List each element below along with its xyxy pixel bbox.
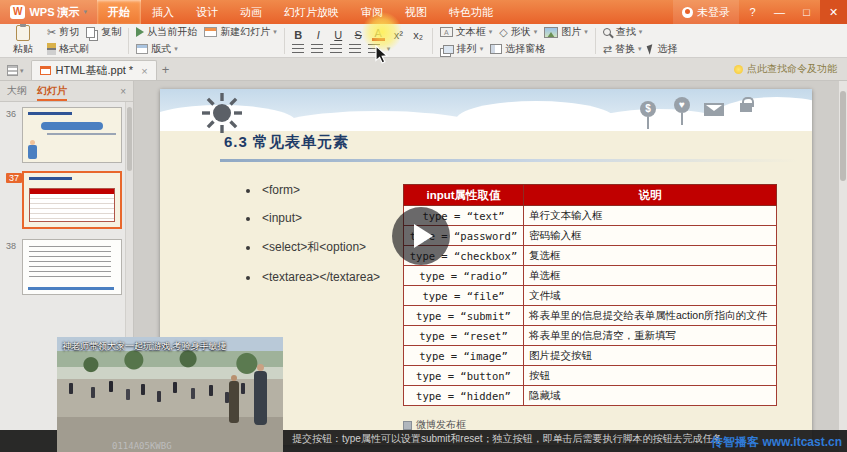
tab-outline[interactable]: 大纲 — [7, 84, 27, 98]
ribbon-divider — [284, 28, 285, 54]
attr-cell: type = “button” — [404, 366, 524, 386]
line-spacing-button[interactable] — [368, 44, 380, 53]
panel-close-icon[interactable]: × — [120, 86, 126, 97]
maximize-button[interactable]: □ — [793, 0, 820, 24]
paste-button[interactable]: 粘贴 — [6, 26, 40, 56]
bold-button[interactable]: B — [292, 29, 305, 41]
chevron-down-icon: ▾ — [639, 28, 643, 36]
login-button[interactable]: 未登录 — [673, 0, 739, 24]
menu-tab-view[interactable]: 视图 — [394, 0, 438, 24]
slide-thumbnail-37-selected[interactable]: 37 — [0, 171, 134, 233]
slide-doc-icon — [40, 66, 51, 75]
play-from-current-button[interactable]: 从当前开始 — [136, 25, 197, 39]
cloud-shape — [712, 97, 812, 131]
font-color-button[interactable]: A — [372, 28, 385, 41]
new-slide-icon — [204, 27, 217, 37]
arrange-button[interactable]: 排列 ▾ — [440, 42, 484, 56]
video-play-button[interactable] — [392, 207, 450, 265]
thumb-code-lines — [29, 246, 111, 280]
scrollbar-thumb[interactable] — [127, 107, 132, 171]
menu-tab-insert[interactable]: 插入 — [141, 0, 185, 24]
header-attr: input属性取值 — [404, 185, 524, 206]
subscript-button[interactable]: x₂ — [412, 29, 425, 41]
slide-thumbnail-38[interactable]: 38 — [0, 239, 134, 299]
chevron-down-icon: ▾ — [174, 45, 178, 53]
format-painter-button[interactable]: 格式刷 — [47, 42, 89, 56]
chevron-down-icon: ▾ — [489, 28, 493, 36]
italic-button[interactable]: I — [312, 29, 325, 41]
tab-slides[interactable]: 幻灯片 — [37, 82, 67, 101]
ribbon-divider — [432, 28, 433, 54]
chevron-down-icon: ▾ — [534, 28, 538, 36]
shapes-icon: ◇ — [499, 26, 507, 38]
menu-tab-slideshow[interactable]: 幻灯片放映 — [273, 0, 350, 24]
thumbnail-preview — [22, 171, 122, 229]
align-center-button[interactable] — [311, 44, 323, 53]
command-search-hint[interactable]: 点此查找命令及功能 — [724, 62, 847, 80]
menu-tab-animation[interactable]: 动画 — [229, 0, 273, 24]
canvas-scrollbar[interactable] — [838, 81, 847, 452]
minimize-button[interactable]: — — [766, 0, 793, 24]
close-button[interactable]: ✕ — [820, 0, 847, 24]
window-menu-icon[interactable] — [7, 65, 18, 76]
tab-close-icon[interactable]: × — [141, 65, 147, 77]
superscript-button[interactable]: x² — [392, 29, 405, 41]
table-row: type = “hidden”隐藏域 — [404, 386, 777, 406]
shapes-button[interactable]: ◇ 形状 ▾ — [499, 25, 537, 39]
cut-button[interactable]: ✂ 剪切 — [47, 25, 79, 39]
textbox-button[interactable]: A 文本框 ▾ — [440, 25, 493, 39]
menu-tab-design[interactable]: 设计 — [185, 0, 229, 24]
table-header-row: input属性取值 说明 — [404, 185, 777, 206]
wps-app-menu-button[interactable]: W WPS 演示 ▾ — [0, 0, 97, 24]
ribbon-divider — [128, 28, 129, 54]
slide-number: 36 — [6, 109, 16, 119]
strikethrough-button[interactable]: S — [352, 29, 365, 41]
menu-tab-review[interactable]: 审阅 — [350, 0, 394, 24]
document-tab[interactable]: HTML基础.ppt * × — [31, 60, 157, 80]
title-underline — [220, 159, 798, 162]
person-figure — [254, 371, 267, 425]
person-figure — [229, 381, 239, 423]
slide-thumbnail-36[interactable]: 36 — [0, 107, 134, 167]
new-document-tab-button[interactable]: + — [157, 61, 175, 80]
watermark-text: 传智播客 www.itcast.cn — [711, 434, 842, 451]
scrollbar-thumb[interactable] — [840, 91, 846, 181]
align-right-button[interactable] — [330, 44, 342, 53]
menu-tab-special[interactable]: 特色功能 — [438, 0, 504, 24]
paste-label: 粘贴 — [13, 42, 33, 56]
thumb-rule-line — [28, 287, 114, 290]
underline-button[interactable]: U — [332, 29, 345, 41]
scissors-icon: ✂ — [47, 26, 56, 38]
menu-tab-home[interactable]: 开始 — [97, 0, 141, 24]
picture-icon — [544, 27, 558, 38]
new-slide-button[interactable]: 新建幻灯片 ▾ — [204, 25, 277, 39]
table-row: type = “submit”将表单里的信息提交给表单属性action所指向的文… — [404, 306, 777, 326]
picture-button[interactable]: 图片 ▾ — [544, 25, 588, 39]
selection-pane-icon — [490, 44, 502, 54]
layout-button[interactable]: 版式 ▾ — [136, 42, 178, 56]
chevron-down-icon: ▾ — [480, 45, 484, 53]
thumb-banner — [41, 122, 104, 130]
heart-sign-icon: ♥ — [674, 97, 690, 125]
wps-presentation-window: W WPS 演示 ▾ 开始 插入 设计 动画 幻灯片放映 审阅 视图 特色功能 … — [0, 0, 847, 452]
desc-cell: 单选框 — [524, 266, 777, 286]
align-left-button[interactable] — [292, 44, 304, 53]
table-row: type = “text”单行文本输入框 — [404, 206, 777, 226]
selection-pane-button[interactable]: 选择窗格 — [490, 42, 545, 56]
table-row: type = “password”密码输入框 — [404, 226, 777, 246]
align-justify-button[interactable] — [349, 44, 361, 53]
textbox-icon: A — [440, 27, 453, 37]
arrange-icon — [443, 45, 454, 54]
desc-cell: 隐藏域 — [524, 386, 777, 406]
select-button[interactable]: 选择 — [648, 42, 677, 56]
chevron-down-icon: ▾ — [584, 28, 588, 36]
desc-cell: 文件域 — [524, 286, 777, 306]
help-button[interactable]: ? — [739, 0, 766, 24]
envelope-icon — [704, 103, 724, 116]
replace-button[interactable]: ⇄ 替换 ▾ — [603, 42, 642, 56]
copy-button[interactable]: 复制 — [86, 25, 121, 39]
crowd-figures — [69, 383, 73, 394]
attr-cell: type = “radio” — [404, 266, 524, 286]
find-button[interactable]: 查找 ▾ — [603, 25, 643, 39]
chevron-down-icon: ▾ — [84, 8, 88, 16]
